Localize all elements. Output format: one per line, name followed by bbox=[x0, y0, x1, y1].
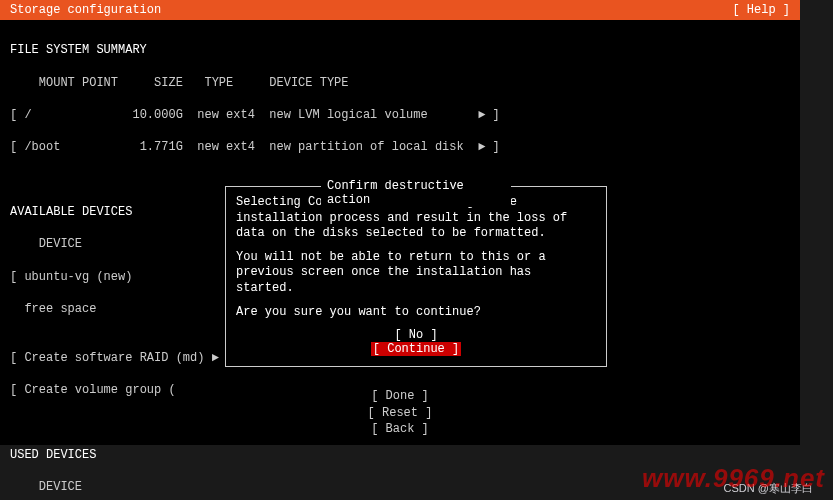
footer-buttons: [ Done ] [ Reset ] [ Back ] bbox=[0, 388, 800, 437]
site-watermark: www.9969.net bbox=[642, 463, 825, 494]
dialog-title: Confirm destructive action bbox=[321, 179, 511, 207]
back-button[interactable]: [ Back ] bbox=[371, 422, 429, 436]
reset-button[interactable]: [ Reset ] bbox=[368, 406, 433, 420]
arrow-icon: ► bbox=[478, 140, 485, 154]
no-button[interactable]: [ No ] bbox=[392, 328, 439, 342]
dialog-text: Are you sure you want to continue? bbox=[236, 305, 596, 321]
col-devtype: DEVICE TYPE bbox=[269, 76, 348, 90]
available-title: AVAILABLE DEVICES bbox=[10, 205, 132, 219]
fs-row[interactable]: [ /boot 1.771G new ext4 new partition of… bbox=[10, 139, 790, 155]
help-button[interactable]: [ Help ] bbox=[732, 0, 790, 20]
arrow-icon: ► bbox=[212, 351, 219, 365]
fs-summary-title: FILE SYSTEM SUMMARY bbox=[10, 43, 147, 57]
continue-button[interactable]: [ Continue ] bbox=[371, 342, 461, 356]
fs-header-row: MOUNT POINT SIZE TYPE DEVICE TYPE bbox=[10, 75, 790, 91]
arrow-icon: ► bbox=[478, 108, 485, 122]
dialog-buttons: [ No ] [ Continue ] bbox=[236, 328, 596, 356]
col-device: DEVICE bbox=[39, 237, 82, 251]
col-device: DEVICE bbox=[39, 480, 82, 494]
done-button[interactable]: [ Done ] bbox=[371, 389, 429, 403]
fs-row[interactable]: [ / 10.000G new ext4 new LVM logical vol… bbox=[10, 107, 790, 123]
header-bar: Storage configuration [ Help ] bbox=[0, 0, 800, 20]
installer-window: Storage configuration [ Help ] FILE SYST… bbox=[0, 0, 800, 445]
used-title: USED DEVICES bbox=[10, 448, 96, 462]
col-type: TYPE bbox=[204, 76, 233, 90]
dialog-text: You will not be able to return to this o… bbox=[236, 250, 596, 297]
confirm-dialog: Confirm destructive action Selecting Con… bbox=[225, 186, 607, 367]
col-mount: MOUNT POINT bbox=[39, 76, 118, 90]
col-size: SIZE bbox=[154, 76, 183, 90]
window-title: Storage configuration bbox=[10, 0, 161, 20]
